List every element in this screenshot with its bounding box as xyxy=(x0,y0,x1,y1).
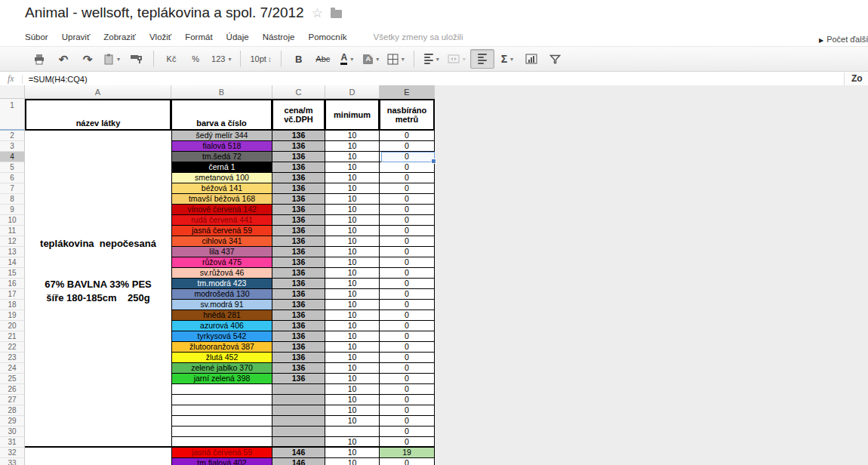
cell-a13[interactable] xyxy=(25,247,171,257)
min-cell-d20[interactable]: 10 xyxy=(325,321,380,331)
row-header-13[interactable]: 13 xyxy=(0,247,24,257)
cell-c1[interactable]: cena/m vč.DPH xyxy=(272,99,325,131)
cell-a15[interactable] xyxy=(25,268,171,279)
row-header-17[interactable]: 17 xyxy=(0,289,24,300)
number-format-button[interactable]: 123▾ xyxy=(208,50,234,68)
column-header-e[interactable]: E xyxy=(380,85,435,99)
min-cell-d18[interactable]: 10 xyxy=(325,300,380,310)
fill-handle[interactable] xyxy=(431,159,436,164)
price-cell-c13[interactable]: 136 xyxy=(272,247,325,257)
cell-a32[interactable] xyxy=(25,448,171,458)
percent-format-button[interactable]: % xyxy=(184,50,207,68)
merge-cells-button[interactable]: ▾ xyxy=(445,50,469,68)
menu-insert[interactable]: Vložiť xyxy=(143,30,178,44)
row-header-7[interactable]: 7 xyxy=(0,183,24,194)
paint-format-button[interactable] xyxy=(125,50,147,68)
collected-cell-e19[interactable]: 0 xyxy=(380,310,435,321)
collected-cell-e2[interactable]: 0 xyxy=(380,131,435,141)
price-cell-c20[interactable]: 136 xyxy=(272,321,325,331)
min-cell-d10[interactable]: 10 xyxy=(325,215,380,226)
paste-button[interactable]: ▾ xyxy=(100,50,123,68)
cell-a23[interactable] xyxy=(25,353,171,363)
cell-a4[interactable] xyxy=(25,152,171,162)
price-cell-c29[interactable] xyxy=(272,416,325,427)
min-cell-d3[interactable]: 10 xyxy=(325,141,380,152)
color-cell-b16[interactable]: tm.modrá 423 xyxy=(171,279,272,289)
price-cell-c33[interactable]: 146 xyxy=(272,458,325,465)
color-cell-b19[interactable]: hnědá 281 xyxy=(171,310,272,321)
column-header-a[interactable]: A xyxy=(25,85,171,99)
row-header-12[interactable]: 12 xyxy=(0,236,24,247)
row-header-11[interactable]: 11 xyxy=(0,226,24,236)
print-button[interactable] xyxy=(28,50,51,68)
min-cell-d33[interactable]: 10 xyxy=(325,458,380,465)
collected-cell-e11[interactable]: 0 xyxy=(380,226,435,236)
min-cell-d11[interactable]: 10 xyxy=(325,226,380,236)
collected-cell-e7[interactable]: 0 xyxy=(380,183,435,194)
collected-cell-e22[interactable]: 0 xyxy=(380,342,435,353)
min-cell-d19[interactable]: 10 xyxy=(325,310,380,321)
price-cell-c11[interactable]: 136 xyxy=(272,226,325,236)
row-header-9[interactable]: 9 xyxy=(0,205,24,215)
color-cell-b8[interactable]: tmavší béžová 168 xyxy=(171,194,272,205)
min-cell-d9[interactable]: 10 xyxy=(325,205,380,215)
row-header-16[interactable]: 16 xyxy=(0,279,24,289)
min-cell-d12[interactable]: 10 xyxy=(325,236,380,247)
color-cell-b2[interactable]: šedý melír 344 xyxy=(171,131,272,141)
functions-button[interactable]: Σ ▾ xyxy=(496,50,519,68)
align-button[interactable]: ▾ xyxy=(420,50,443,68)
menu-help[interactable]: Pomocník xyxy=(301,30,353,44)
collected-cell-e6[interactable]: 0 xyxy=(380,173,435,183)
min-cell-d2[interactable]: 10 xyxy=(325,131,380,141)
color-cell-b20[interactable]: azurová 406 xyxy=(171,321,272,331)
cell-a18[interactable] xyxy=(25,300,171,310)
collected-cell-e10[interactable]: 0 xyxy=(380,215,435,226)
collected-cell-e24[interactable]: 0 xyxy=(380,363,435,374)
price-cell-c16[interactable]: 136 xyxy=(272,279,325,289)
column-header-b[interactable]: B xyxy=(171,85,272,99)
min-cell-d8[interactable]: 10 xyxy=(325,194,380,205)
select-all-corner[interactable] xyxy=(0,85,25,99)
cell-a33[interactable] xyxy=(25,458,171,465)
min-cell-d15[interactable]: 10 xyxy=(325,268,380,279)
color-cell-b9[interactable]: vínově červená 142 xyxy=(171,205,272,215)
min-cell-d17[interactable]: 10 xyxy=(325,289,380,300)
row-header-23[interactable]: 23 xyxy=(0,353,24,363)
formula-bar-right-button[interactable]: Zo xyxy=(844,72,868,86)
row-header-28[interactable]: 28 xyxy=(0,405,24,416)
collected-cell-e32[interactable]: 19 xyxy=(380,448,435,458)
price-cell-c27[interactable] xyxy=(272,395,325,405)
row-header-8[interactable]: 8 xyxy=(0,194,24,205)
price-cell-c8[interactable]: 136 xyxy=(272,194,325,205)
color-cell-b29[interactable] xyxy=(171,416,272,427)
min-cell-d5[interactable]: 10 xyxy=(325,162,380,173)
color-cell-b17[interactable]: modrošedá 130 xyxy=(171,289,272,300)
color-cell-b12[interactable]: cihlová 341 xyxy=(171,236,272,247)
cell-a19[interactable] xyxy=(25,310,171,321)
price-cell-c15[interactable]: 136 xyxy=(272,268,325,279)
row-header-21[interactable]: 21 xyxy=(0,331,24,342)
collected-cell-e15[interactable]: 0 xyxy=(380,268,435,279)
min-cell-d32[interactable]: 10 xyxy=(325,448,380,458)
cell-a21[interactable] xyxy=(25,331,171,342)
row-header-25[interactable]: 25 xyxy=(0,374,24,384)
row-header-32[interactable]: 32 xyxy=(0,448,24,458)
color-cell-b15[interactable]: sv.růžová 46 xyxy=(171,268,272,279)
cell-a16[interactable] xyxy=(25,279,171,289)
min-cell-d16[interactable]: 10 xyxy=(325,279,380,289)
price-cell-c24[interactable]: 136 xyxy=(272,363,325,374)
collected-cell-e26[interactable]: 0 xyxy=(380,384,435,395)
cell-a30[interactable] xyxy=(25,427,171,437)
currency-format-button[interactable]: Kč xyxy=(160,50,183,68)
cell-a29[interactable] xyxy=(25,416,171,427)
filter-button[interactable] xyxy=(544,50,567,68)
row-header-27[interactable]: 27 xyxy=(0,395,24,405)
collected-cell-e12[interactable]: 0 xyxy=(380,236,435,247)
color-cell-b28[interactable] xyxy=(171,405,272,416)
collected-cell-e25[interactable]: 0 xyxy=(380,374,435,384)
row-header-22[interactable]: 22 xyxy=(0,342,24,353)
cell-a7[interactable] xyxy=(25,183,171,194)
folder-icon[interactable] xyxy=(331,10,342,18)
column-header-c[interactable]: C xyxy=(272,85,325,99)
min-cell-d26[interactable]: 10 xyxy=(325,384,380,395)
